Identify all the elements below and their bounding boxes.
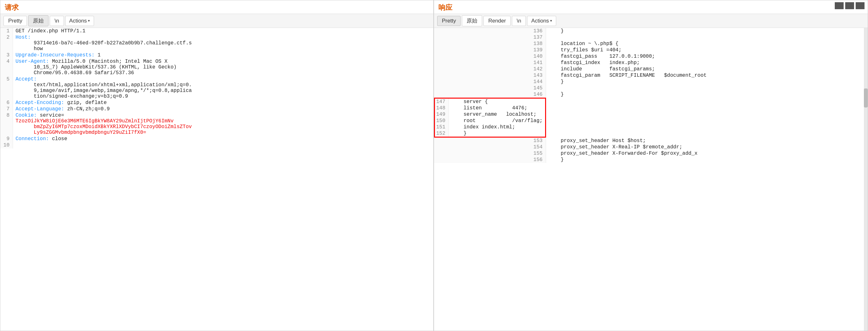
- right-raw-btn[interactable]: 原始: [462, 15, 482, 26]
- table-row: 152 }: [435, 130, 545, 137]
- right-panel: 响应 Pretty 原始 Render \n Actions ▾ 136 }: [434, 0, 868, 331]
- table-row: 153 proxy_set_header Host $host;: [434, 138, 868, 144]
- left-newline-btn[interactable]: \n: [50, 16, 64, 26]
- table-row: 6 Accept-Encoding: gzip, deflate: [0, 100, 433, 106]
- right-code-area: 136 } 137 138 location ~ \.php$ { 139 tr…: [434, 28, 868, 331]
- left-toolbar: Pretty 原始 \n Actions ▾: [0, 13, 433, 28]
- table-row: 140 fastcgi_pass 127.0.0.1:9000;: [434, 53, 868, 60]
- table-row: 142 include fastcgi_params;: [434, 66, 868, 72]
- left-pretty-btn[interactable]: Pretty: [3, 16, 27, 26]
- left-actions-btn[interactable]: Actions ▾: [65, 16, 94, 26]
- table-row: 145: [434, 85, 868, 91]
- left-panel-title: 请求: [0, 0, 433, 13]
- table-row: 156 }: [434, 157, 868, 163]
- table-row: 2 Host: 93714e16-ba7c-46ed-920f-b227a2a0…: [0, 34, 433, 52]
- left-code-lines: 1 GET /index.php HTTP/1.1 2 Host: 93714e…: [0, 28, 433, 148]
- table-row: 141 fastcgi_index index.php;: [434, 60, 868, 66]
- window-close-icon[interactable]: [856, 2, 865, 9]
- right-scrollbar[interactable]: [864, 28, 868, 331]
- window-minimize-icon[interactable]: [845, 2, 854, 9]
- left-panel: 请求 Pretty 原始 \n Actions ▾ 1 GET /index.p…: [0, 0, 434, 331]
- right-newline-btn[interactable]: \n: [512, 16, 526, 26]
- right-code-lines: 136 } 137 138 location ~ \.php$ { 139 tr…: [434, 28, 868, 163]
- table-row: 1 GET /index.php HTTP/1.1: [0, 28, 433, 34]
- window-grid-icon[interactable]: [835, 2, 844, 9]
- table-row: 3 Upgrade-Insecure-Requests: 1: [0, 52, 433, 58]
- table-row: 154 proxy_set_header X-Real-IP $remote_a…: [434, 144, 868, 150]
- table-row: 147 server {: [435, 99, 545, 105]
- table-row: 146 }: [434, 91, 868, 98]
- right-actions-btn[interactable]: Actions ▾: [527, 16, 556, 26]
- table-row: 4 User-Agent: Mozilla/5.0 (Macintosh; In…: [0, 58, 433, 76]
- app-container: 请求 Pretty 原始 \n Actions ▾ 1 GET /index.p…: [0, 0, 868, 331]
- table-row: 148 listen 4476;: [435, 105, 545, 111]
- table-row: 138 location ~ \.php$ {: [434, 40, 868, 47]
- table-row: 136 }: [434, 28, 868, 34]
- table-row: 8 Cookie: service= TzozOiJkYW8iOjE6e3M6M…: [0, 112, 433, 136]
- left-code-area: 1 GET /index.php HTTP/1.1 2 Host: 93714e…: [0, 28, 433, 331]
- table-row: 150 root /var/flag;: [435, 118, 545, 124]
- table-row: 149 server_name localhost;: [435, 111, 545, 118]
- right-pretty-btn[interactable]: Pretty: [437, 16, 461, 26]
- scrollbar-thumb[interactable]: [864, 88, 868, 108]
- table-row: 5 Accept: text/html,application/xhtml+xm…: [0, 76, 433, 100]
- right-actions-chevron: ▾: [550, 19, 552, 23]
- table-row: 137: [434, 34, 868, 40]
- left-raw-btn[interactable]: 原始: [28, 15, 49, 26]
- right-panel-title: 响应: [434, 0, 868, 13]
- left-actions-label: Actions: [69, 18, 87, 24]
- table-row: 155 proxy_set_header X-Forwarded-For $pr…: [434, 150, 868, 157]
- highlight-box: 147 server { 148 listen 4476; 149 server…: [434, 98, 546, 138]
- right-actions-label: Actions: [531, 18, 549, 24]
- table-row: 139 try_files $uri =404;: [434, 47, 868, 53]
- table-row: 7 Accept-Language: zh-CN,zh;q=0.9: [0, 106, 433, 112]
- table-row: 10: [0, 142, 433, 148]
- table-row: 143 fastcgi_param SCRIPT_FILENAME $docum…: [434, 72, 868, 79]
- table-row: 144 }: [434, 79, 868, 85]
- left-actions-chevron: ▾: [88, 19, 90, 23]
- table-row: 9 Connection: close: [0, 136, 433, 142]
- table-row: 151 index index.html;: [435, 124, 545, 130]
- right-toolbar: Pretty 原始 Render \n Actions ▾: [434, 13, 868, 28]
- right-render-btn[interactable]: Render: [484, 16, 510, 26]
